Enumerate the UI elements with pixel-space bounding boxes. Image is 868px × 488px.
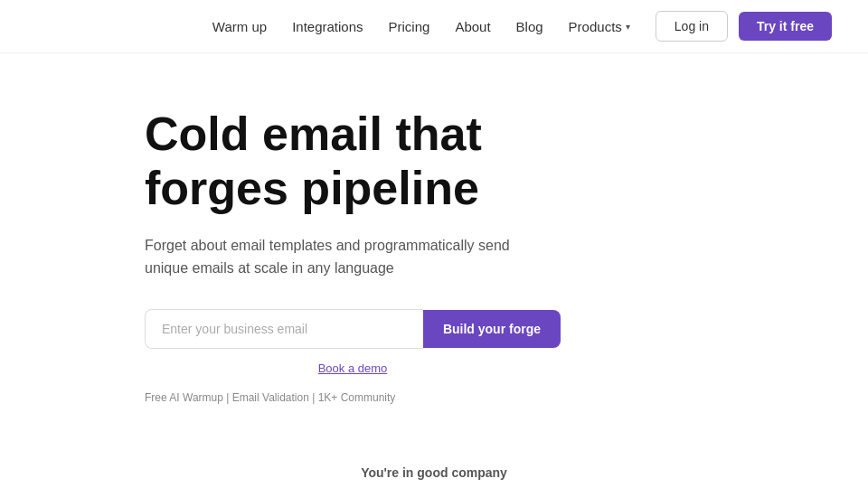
nav-products[interactable]: Products ▾: [569, 19, 630, 34]
hero-title-line2: forges pipeline: [145, 162, 479, 214]
chevron-down-icon: ▾: [626, 22, 630, 32]
email-input[interactable]: [145, 309, 423, 349]
nav-pricing[interactable]: Pricing: [389, 19, 430, 34]
social-proof-section: You're in good company: [0, 440, 868, 488]
nav-integrations[interactable]: Integrations: [292, 19, 363, 34]
social-proof-text: You're in: [361, 465, 413, 480]
try-free-button[interactable]: Try it free: [739, 12, 832, 41]
nav-blog[interactable]: Blog: [516, 19, 543, 34]
hero-title-line1: Cold email that: [145, 108, 482, 160]
build-forge-button[interactable]: Build your forge: [423, 310, 561, 348]
hero-form: Build your forge: [145, 309, 561, 349]
hero-section: Cold email that forges pipeline Forget a…: [0, 53, 868, 440]
nav-warm-up[interactable]: Warm up: [212, 19, 267, 34]
social-proof-highlight: good company: [417, 465, 507, 480]
book-demo-link[interactable]: Book a demo: [145, 361, 561, 375]
login-button[interactable]: Log in: [656, 11, 728, 42]
hero-subtitle: Forget about email templates and program…: [145, 234, 524, 280]
nav-about[interactable]: About: [455, 19, 490, 34]
nav-actions: Log in Try it free: [656, 11, 832, 42]
hero-badges: Free AI Warmup | Email Validation | 1K+ …: [145, 391, 832, 404]
navbar: Warm up Integrations Pricing About Blog …: [0, 0, 868, 53]
nav-links: Warm up Integrations Pricing About Blog …: [212, 19, 630, 34]
hero-title: Cold email that forges pipeline: [145, 108, 832, 216]
